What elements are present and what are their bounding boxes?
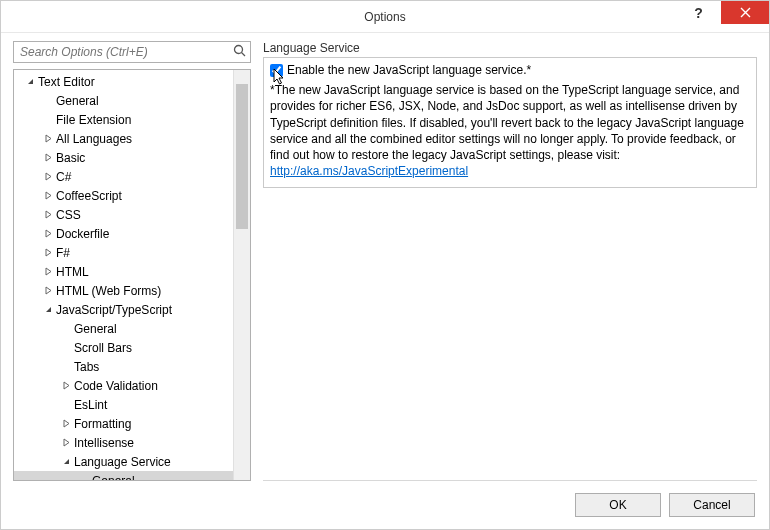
group-label: Language Service	[263, 41, 757, 55]
window-title: Options	[364, 10, 405, 24]
tree-item[interactable]: Text Editor	[14, 72, 233, 91]
tree-item-label: JavaScript/TypeScript	[54, 303, 172, 317]
chevron-right-icon[interactable]	[42, 286, 54, 295]
tree-item[interactable]: Dockerfile	[14, 224, 233, 243]
tree-item-label: Tabs	[72, 360, 99, 374]
tree-item-label: All Languages	[54, 132, 132, 146]
chevron-down-icon[interactable]	[24, 77, 36, 86]
chevron-right-icon[interactable]	[42, 191, 54, 200]
chevron-right-icon[interactable]	[42, 229, 54, 238]
tree-item[interactable]: CSS	[14, 205, 233, 224]
scrollbar-thumb[interactable]	[236, 84, 248, 229]
tree-item-label: CSS	[54, 208, 81, 222]
options-dialog: Options ?	[0, 0, 770, 530]
tree-item-label: HTML (Web Forms)	[54, 284, 161, 298]
tree-item[interactable]: Tabs	[14, 357, 233, 376]
tree-item[interactable]: Code Validation	[14, 376, 233, 395]
chevron-right-icon[interactable]	[42, 134, 54, 143]
tree-item-label: Language Service	[72, 455, 171, 469]
tree-item-label: EsLint	[72, 398, 107, 412]
tree-container: Text EditorGeneralFile ExtensionAll Lang…	[13, 69, 251, 481]
checkbox-label[interactable]: Enable the new JavaScript language servi…	[287, 62, 531, 78]
tree-item[interactable]: General	[14, 91, 233, 110]
tree-item[interactable]: Scroll Bars	[14, 338, 233, 357]
group-box: Enable the new JavaScript language servi…	[263, 57, 757, 188]
svg-line-1	[242, 53, 246, 57]
enable-language-service-checkbox[interactable]	[270, 64, 283, 77]
window-controls: ?	[676, 1, 769, 31]
tree-item-label: F#	[54, 246, 70, 260]
tree-item-label: General	[90, 474, 135, 481]
tree-item-label: File Extension	[54, 113, 131, 127]
tree-item[interactable]: EsLint	[14, 395, 233, 414]
help-button[interactable]: ?	[676, 1, 721, 24]
tree-item-label: General	[72, 322, 117, 336]
tree-item-label: Code Validation	[72, 379, 158, 393]
ok-button[interactable]: OK	[575, 493, 661, 517]
tree-item-label: Intellisense	[72, 436, 134, 450]
tree-item-label: Scroll Bars	[72, 341, 132, 355]
feedback-link[interactable]: http://aka.ms/JavaScriptExperimental	[270, 164, 468, 178]
chevron-right-icon[interactable]	[42, 172, 54, 181]
tree-item-label: HTML	[54, 265, 89, 279]
chevron-right-icon[interactable]	[42, 210, 54, 219]
tree-item-label: General	[54, 94, 99, 108]
tree-item[interactable]: Basic	[14, 148, 233, 167]
right-panel: Language Service Enable the new JavaScri…	[263, 41, 757, 481]
tree-item[interactable]: HTML (Web Forms)	[14, 281, 233, 300]
tree-item[interactable]: JavaScript/TypeScript	[14, 300, 233, 319]
dialog-body: Text EditorGeneralFile ExtensionAll Lang…	[1, 33, 769, 481]
tree-item[interactable]: C#	[14, 167, 233, 186]
chevron-right-icon[interactable]	[42, 153, 54, 162]
tree-item-label: C#	[54, 170, 71, 184]
tree-scrollbar[interactable]	[233, 70, 250, 480]
tree-item[interactable]: HTML	[14, 262, 233, 281]
tree-item-label: Text Editor	[36, 75, 95, 89]
close-button[interactable]	[721, 1, 769, 24]
chevron-right-icon[interactable]	[60, 419, 72, 428]
separator	[263, 480, 757, 481]
close-icon	[740, 7, 751, 18]
chevron-right-icon[interactable]	[60, 381, 72, 390]
svg-point-0	[235, 46, 243, 54]
search-input[interactable]	[18, 44, 228, 60]
chevron-right-icon[interactable]	[60, 438, 72, 447]
description-text: *The new JavaScript language service is …	[270, 82, 750, 179]
left-panel: Text EditorGeneralFile ExtensionAll Lang…	[13, 41, 251, 481]
checkbox-row: Enable the new JavaScript language servi…	[270, 62, 750, 78]
tree-item-label: CoffeeScript	[54, 189, 122, 203]
help-icon: ?	[694, 5, 703, 21]
tree-item[interactable]: Language Service	[14, 452, 233, 471]
chevron-right-icon[interactable]	[42, 267, 54, 276]
titlebar: Options ?	[1, 1, 769, 33]
tree-item-label: Dockerfile	[54, 227, 109, 241]
tree-item[interactable]: F#	[14, 243, 233, 262]
options-tree[interactable]: Text EditorGeneralFile ExtensionAll Lang…	[14, 70, 233, 480]
search-box[interactable]	[13, 41, 251, 63]
description-body: *The new JavaScript language service is …	[270, 83, 744, 162]
tree-item[interactable]: Intellisense	[14, 433, 233, 452]
tree-item-label: Formatting	[72, 417, 131, 431]
chevron-down-icon[interactable]	[42, 305, 54, 314]
tree-item[interactable]: All Languages	[14, 129, 233, 148]
tree-item-label: Basic	[54, 151, 85, 165]
search-icon	[233, 44, 246, 60]
dialog-footer: OK Cancel	[1, 481, 769, 529]
tree-item[interactable]: General	[14, 471, 233, 480]
chevron-down-icon[interactable]	[60, 457, 72, 466]
tree-item[interactable]: General	[14, 319, 233, 338]
cancel-button[interactable]: Cancel	[669, 493, 755, 517]
chevron-right-icon[interactable]	[42, 248, 54, 257]
tree-item[interactable]: CoffeeScript	[14, 186, 233, 205]
tree-item[interactable]: Formatting	[14, 414, 233, 433]
tree-item[interactable]: File Extension	[14, 110, 233, 129]
